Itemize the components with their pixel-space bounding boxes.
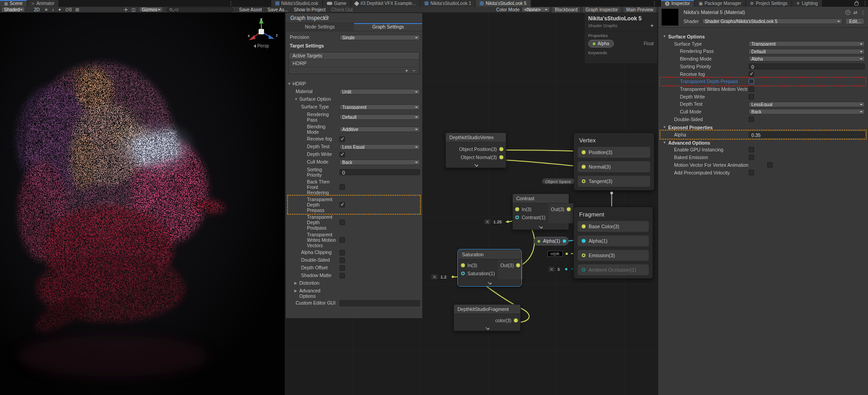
section-header-surface-options[interactable]: ▼Surface Options — [658, 33, 868, 40]
port-emission[interactable] — [582, 254, 585, 257]
gizmos-dropdown[interactable]: Gizmos — [139, 7, 163, 12]
saturation-value-field[interactable]: X 1.2 — [431, 274, 454, 280]
scene-search[interactable] — [166, 7, 233, 12]
dropdown-depth-test[interactable]: LessEqual — [749, 102, 865, 107]
shader-dropdown[interactable]: Shader Graphs/Nikita'sStudioLook 5 — [702, 19, 843, 24]
field-custom-editor-gui[interactable] — [340, 301, 420, 306]
slot-position[interactable]: Position(3) — [577, 146, 651, 158]
graph-inspector-toggle-button[interactable]: Graph Inspector — [583, 7, 621, 13]
port-tangent[interactable] — [582, 179, 585, 183]
tab-package-manager[interactable]: ▣Package Manager — [694, 0, 746, 7]
property-pill-alpha[interactable]: Alpha — [588, 40, 614, 47]
checkbox-shadow-matte[interactable] — [340, 273, 345, 278]
port-contrast[interactable] — [515, 216, 519, 219]
add-target-button[interactable]: + — [405, 68, 408, 73]
ao-value-field[interactable]: X 5 — [548, 266, 567, 272]
graph-inspector-tab-graph-settings[interactable]: Graph Settings — [354, 23, 422, 31]
port-out[interactable] — [516, 263, 520, 267]
target-item-hdrp[interactable]: HDRP — [289, 59, 419, 67]
port-object-position[interactable] — [500, 147, 503, 151]
dropdown-surface-type[interactable]: Transparent — [340, 104, 420, 110]
preset-icon[interactable]: ⇄ — [854, 9, 858, 15]
slot-ambient-occlusion[interactable]: Ambient Occlusion(1) — [577, 264, 649, 276]
dropdown-blending-mode[interactable]: Alpha — [749, 56, 865, 61]
shading-mode-dropdown[interactable]: Shaded — [1, 7, 25, 12]
scene-audio-toggle-icon[interactable]: ♪ — [50, 7, 56, 12]
slot-normal[interactable]: Normal(3) — [577, 161, 651, 173]
checkbox-motion-vector-for-vertex-animation[interactable] — [767, 162, 773, 168]
checkbox-depth-write[interactable] — [340, 152, 345, 157]
node-saturation[interactable]: Saturation In(3) Saturation(1) Out(3) — [458, 249, 521, 286]
field-alpha[interactable]: 0.35 — [749, 132, 865, 137]
port-out[interactable] — [567, 207, 571, 211]
camera-dropdown-icon[interactable]: ◫ — [132, 7, 136, 12]
object-space-badge[interactable]: Object Space — [542, 178, 575, 184]
collapse-chevron-icon[interactable] — [488, 280, 491, 284]
node-vertex-context[interactable]: Vertex Position(3) Normal(3) Tangent(3) — [573, 132, 655, 191]
tab-nikita-sstudiolook-1[interactable]: Nikita'sStudioLook 1 — [420, 0, 476, 7]
foldout-open-icon[interactable]: ▼ — [294, 97, 298, 101]
node-title[interactable]: DepthkitStudioVertex — [446, 133, 506, 142]
tab--3-depthkit-vfx-example-[interactable]: #3 Depthkit VFX Example... — [351, 0, 420, 7]
checkbox-baked-emission[interactable] — [749, 155, 754, 160]
collapse-chevron-icon[interactable] — [539, 224, 542, 228]
graph-panel-menu-icon[interactable]: ⋮ — [652, 0, 657, 6]
field-sorting-priority[interactable]: 0 — [340, 169, 420, 175]
section-header-exposed-properties[interactable]: ▼Exposed Properties — [658, 124, 868, 131]
kebab-menu-icon[interactable]: ⋮ — [861, 9, 866, 15]
node-depthkit-studio-vertex[interactable]: DepthkitStudioVertex Object Position(3) … — [445, 132, 506, 168]
dropdown-surface-type[interactable]: Transparent — [749, 41, 865, 47]
port-position[interactable] — [582, 150, 585, 154]
node-contrast[interactable]: Contrast In(3) Contrast(1) Out(3) — [512, 193, 569, 230]
check-out-button[interactable]: Check Out — [329, 7, 356, 13]
collapse-chevron-icon[interactable] — [486, 325, 489, 329]
scene-search-input[interactable] — [174, 7, 230, 12]
tab-game[interactable]: Game — [323, 0, 351, 7]
field-sorting-priority[interactable]: 0 — [749, 64, 865, 70]
blackboard-toggle-button[interactable]: Blackboard — [552, 7, 580, 13]
edit-shader-button[interactable]: Edit... — [845, 18, 864, 24]
graph-inspector-tab-node-settings[interactable]: Node Settings — [286, 23, 354, 31]
port-alpha[interactable] — [582, 239, 585, 243]
dropdown-cull-mode[interactable]: Back — [749, 109, 865, 114]
tab-nikita-sstudiolook-5[interactable]: Nikita'sStudioLook 5 — [476, 0, 531, 7]
section-header-advanced-options[interactable]: ▼Advanced Options — [658, 139, 868, 146]
checkbox-transparent-writes-motion-vectors[interactable] — [749, 86, 754, 92]
tab-lighting[interactable]: ☀Lighting — [792, 0, 822, 7]
scene-hidden-count[interactable]: ∅0 — [63, 7, 73, 12]
scene-orientation-gizmo[interactable]: y x z Persp — [244, 16, 278, 48]
checkbox-double-sided[interactable] — [749, 117, 754, 122]
collapse-chevron-icon[interactable] — [474, 162, 478, 166]
checkbox-alpha-clipping[interactable] — [340, 250, 345, 255]
save-as-button[interactable]: Save As... — [265, 7, 291, 13]
checkbox-transparent-depth-prepass[interactable] — [749, 79, 754, 84]
material-preview-thumbnail[interactable] — [661, 9, 679, 26]
contrast-value-field[interactable]: X 1.25 — [484, 219, 509, 225]
port-in[interactable] — [515, 207, 519, 211]
hdr-color-swatch[interactable]: HDR — [547, 251, 563, 257]
alpha-property-node[interactable]: Alpha(1) — [533, 237, 569, 245]
slot-alpha[interactable]: Alpha(1) — [577, 235, 649, 247]
node-fragment-context[interactable]: Fragment Base Color(3) Alpha(1) Emission… — [573, 207, 653, 279]
remove-target-button[interactable]: − — [413, 68, 415, 73]
checkbox-transparent-depth-postpass[interactable] — [340, 220, 345, 225]
graph-inspector-title[interactable]: Graph Inspector — [286, 13, 422, 23]
foldout-open-icon[interactable]: ▼ — [288, 82, 291, 86]
lock-icon[interactable] — [324, 17, 328, 20]
port-color[interactable] — [514, 319, 518, 322]
2d-toggle[interactable]: 2D — [31, 7, 42, 13]
tab-inspector[interactable]: iInspector — [661, 0, 694, 7]
inspector-lock-icon[interactable] — [854, 2, 859, 5]
foldout-open-icon[interactable]: ▼ — [663, 34, 666, 38]
slot-base-color[interactable]: Base Color(3) — [577, 221, 649, 232]
checkbox-double-sided[interactable] — [340, 258, 345, 263]
checkbox-transparent-depth-prepass[interactable] — [340, 202, 345, 207]
port-base-color[interactable] — [582, 225, 585, 228]
checkbox-depth-offset[interactable] — [340, 265, 345, 271]
dropdown-material[interactable]: Unlit — [340, 89, 420, 94]
checkbox-add-precomputed-velocity[interactable] — [749, 170, 754, 175]
dropdown-rendering-pass[interactable]: Default — [749, 49, 865, 54]
tab-project-settings[interactable]: ⚙Project Settings — [746, 0, 792, 7]
tab-animator[interactable]: ≻Animator — [27, 0, 59, 7]
show-in-project-button[interactable]: Show In Project — [291, 7, 329, 13]
